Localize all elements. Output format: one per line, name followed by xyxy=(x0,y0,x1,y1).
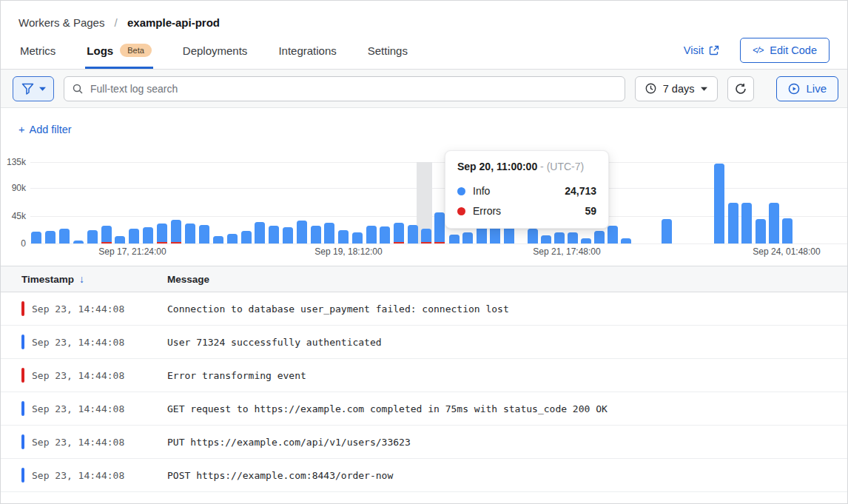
message-cell: User 71324 successfully authenticated xyxy=(147,337,847,348)
chart-bar[interactable] xyxy=(157,224,167,243)
live-label: Live xyxy=(806,82,827,95)
message-cell: POST https://example.com:8443/order-now xyxy=(147,470,847,481)
chart-bar[interactable] xyxy=(554,232,565,243)
edit-code-button[interactable]: </> Edit Code xyxy=(740,38,830,63)
funnel-icon xyxy=(21,83,34,95)
chart-bar[interactable] xyxy=(101,226,112,243)
chart-plot-area xyxy=(1,162,847,243)
refresh-button[interactable] xyxy=(727,76,754,101)
header-actions: Visit </> Edit Code xyxy=(684,38,830,69)
errors-legend-dot xyxy=(457,207,465,215)
filter-dropdown-button[interactable] xyxy=(13,76,54,101)
search-input[interactable] xyxy=(89,82,616,95)
table-row[interactable]: Sep 23, 14:44:08GET request to https://e… xyxy=(1,392,847,426)
tab-integrations[interactable]: Integrations xyxy=(277,33,337,69)
chart-bar[interactable] xyxy=(255,222,265,243)
chart-bar[interactable] xyxy=(594,231,605,243)
chart-bar[interactable] xyxy=(199,225,209,243)
timestamp-header-label: Timestamp xyxy=(21,274,74,285)
chart-bar[interactable] xyxy=(87,230,98,243)
add-filter-button[interactable]: + Add filter xyxy=(18,124,72,135)
tab-label: Metrics xyxy=(20,44,55,57)
chart-bar[interactable] xyxy=(394,223,404,243)
chart-bar[interactable] xyxy=(449,235,460,243)
chart-bar[interactable] xyxy=(185,224,195,243)
chart-bar[interactable] xyxy=(59,229,70,243)
tab-deployments[interactable]: Deployments xyxy=(181,33,249,69)
chart-bar[interactable] xyxy=(143,227,153,243)
chart-bar[interactable] xyxy=(297,221,307,243)
chart-bar[interactable] xyxy=(324,223,334,243)
x-axis-label: Sep 24, 01:48:00 xyxy=(753,246,820,257)
timestamp-value: Sep 23, 14:44:08 xyxy=(32,470,124,481)
chart-bar[interactable] xyxy=(621,238,631,243)
tab-settings[interactable]: Settings xyxy=(366,33,409,69)
info-level-indicator xyxy=(21,434,24,449)
table-row[interactable]: Sep 23, 14:44:08PUT https://example.com/… xyxy=(1,426,847,459)
chart-bar[interactable] xyxy=(434,212,445,243)
timestamp-cell: Sep 23, 14:44:08 xyxy=(1,468,147,483)
timestamp-column-header[interactable]: Timestamp ↓ xyxy=(1,273,147,285)
tab-metrics[interactable]: Metrics xyxy=(18,33,57,69)
chart-bar[interactable] xyxy=(171,220,181,243)
chart-bar[interactable] xyxy=(714,164,724,243)
gridline xyxy=(30,243,847,244)
chart-bar[interactable] xyxy=(73,241,84,243)
chart-bar[interactable] xyxy=(504,226,514,243)
chart-bar[interactable] xyxy=(115,236,125,243)
code-icon: </> xyxy=(753,45,763,56)
chart-bar[interactable] xyxy=(608,226,618,243)
chart-bar[interactable] xyxy=(227,234,238,243)
chart-bar[interactable] xyxy=(241,231,252,243)
chart-bar[interactable] xyxy=(338,230,349,243)
external-link-icon xyxy=(709,45,719,56)
timestamp-cell: Sep 23, 14:44:08 xyxy=(1,434,147,449)
chart-bar[interactable] xyxy=(769,203,779,243)
chart-bar[interactable] xyxy=(756,219,766,243)
tab-bar: MetricsLogsBetaDeploymentsIntegrationsSe… xyxy=(1,33,847,70)
chart-bar[interactable] xyxy=(31,232,41,243)
chart-bar[interactable] xyxy=(380,226,390,243)
table-row[interactable]: Sep 23, 14:44:08Error transforming event xyxy=(1,359,847,392)
tab-logs[interactable]: LogsBeta xyxy=(85,33,152,69)
chart-bar[interactable] xyxy=(129,229,139,243)
visit-link[interactable]: Visit xyxy=(684,44,719,56)
chart-bar[interactable] xyxy=(728,203,738,243)
log-volume-chart: 135k90k45k0Sep 17, 21:24:00Sep 19, 18:12… xyxy=(1,149,847,266)
chart-bar-hovered[interactable] xyxy=(421,229,431,243)
time-range-select[interactable]: 7 days xyxy=(635,76,719,101)
breadcrumb: Workers & Pages / example-api-prod xyxy=(1,1,847,33)
chart-tooltip: Sep 20, 11:00:00 - (UTC-7) Info24,713Err… xyxy=(445,150,609,229)
chart-bar[interactable] xyxy=(462,232,473,243)
filter-bar: 7 days Live xyxy=(1,70,847,108)
chart-bar[interactable] xyxy=(408,225,418,243)
table-row[interactable]: Sep 23, 14:44:08User 71324 successfully … xyxy=(1,326,847,359)
chart-bar[interactable] xyxy=(662,219,672,243)
tooltip-timestamp: Sep 20, 11:00:00 xyxy=(457,161,537,172)
timestamp-value: Sep 23, 14:44:08 xyxy=(32,437,124,448)
chart-bar[interactable] xyxy=(528,229,538,243)
table-row[interactable]: Sep 23, 14:44:08POST https://example.com… xyxy=(1,459,847,492)
chart-bar[interactable] xyxy=(782,218,793,243)
timestamp-value: Sep 23, 14:44:08 xyxy=(32,403,124,414)
chart-bar[interactable] xyxy=(213,236,223,243)
chart-bar[interactable] xyxy=(581,238,591,243)
tooltip-series-value: 59 xyxy=(585,205,596,217)
chart-bar[interactable] xyxy=(568,232,578,243)
message-cell: Connection to database user_payment fail… xyxy=(147,303,847,315)
message-cell: GET request to https://example.com compl… xyxy=(147,403,847,414)
breadcrumb-section[interactable]: Workers & Pages xyxy=(18,16,104,29)
chart-bar[interactable] xyxy=(366,226,377,243)
chart-bar[interactable] xyxy=(45,231,55,243)
chart-bar[interactable] xyxy=(541,235,551,243)
message-value: Connection to database user_payment fail… xyxy=(167,303,509,315)
live-button[interactable]: Live xyxy=(776,76,838,101)
x-axis-label: Sep 19, 18:12:00 xyxy=(314,246,382,257)
chart-bar[interactable] xyxy=(269,226,279,243)
table-row[interactable]: Sep 23, 14:44:08Connection to database u… xyxy=(1,292,847,326)
chart-bar[interactable] xyxy=(741,203,752,243)
chart-bar[interactable] xyxy=(352,232,363,243)
chart-bar[interactable] xyxy=(311,226,321,243)
tooltip-legend-row: Info24,713 xyxy=(457,185,596,197)
chart-bar[interactable] xyxy=(283,227,293,243)
